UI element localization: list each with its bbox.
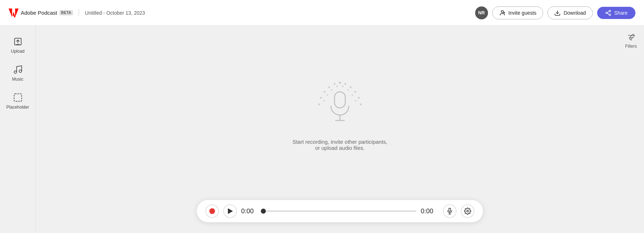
time-start: 0:00 bbox=[241, 208, 259, 215]
play-icon bbox=[228, 208, 233, 214]
settings-icon bbox=[464, 208, 471, 215]
svg-line-7 bbox=[607, 13, 609, 14]
music-icon bbox=[13, 65, 23, 75]
progress-thumb[interactable] bbox=[261, 209, 266, 214]
svg-point-20 bbox=[323, 91, 325, 93]
svg-point-32 bbox=[323, 100, 325, 101]
svg-point-24 bbox=[318, 104, 320, 105]
empty-state-text: Start recording, invite other participan… bbox=[292, 139, 387, 151]
sidebar-item-upload[interactable]: Upload bbox=[4, 33, 32, 57]
empty-state: Start recording, invite other participan… bbox=[292, 79, 387, 151]
svg-rect-14 bbox=[14, 94, 21, 101]
mic-btn-icon bbox=[446, 208, 453, 215]
invite-guests-button[interactable]: Invite guests bbox=[492, 6, 543, 19]
svg-point-16 bbox=[333, 83, 335, 85]
music-label: Music bbox=[12, 77, 23, 82]
share-icon bbox=[605, 10, 611, 16]
svg-point-17 bbox=[344, 83, 346, 85]
svg-point-19 bbox=[350, 86, 351, 88]
svg-point-40 bbox=[467, 210, 469, 212]
svg-point-21 bbox=[354, 91, 356, 93]
header: Adobe Podcast BETA Untitled - October 13… bbox=[0, 0, 644, 26]
svg-point-6 bbox=[609, 14, 611, 16]
upload-label: Upload bbox=[11, 49, 24, 54]
mic-illustration bbox=[308, 79, 372, 133]
sidebar: Upload Music Placeholder bbox=[0, 26, 36, 233]
svg-point-18 bbox=[328, 86, 330, 88]
beta-badge: BETA bbox=[59, 10, 73, 15]
svg-point-0 bbox=[501, 10, 503, 13]
svg-rect-34 bbox=[335, 92, 345, 108]
svg-point-22 bbox=[320, 97, 322, 99]
svg-point-23 bbox=[358, 97, 360, 99]
play-button[interactable] bbox=[223, 204, 237, 218]
invite-label: Invite guests bbox=[508, 10, 537, 16]
invite-icon bbox=[499, 10, 506, 16]
record-dot bbox=[209, 208, 215, 214]
svg-rect-37 bbox=[449, 208, 451, 211]
mic-icon-svg bbox=[327, 90, 352, 122]
adobe-logo-icon bbox=[9, 8, 19, 18]
download-button[interactable]: Download bbox=[547, 6, 592, 19]
settings-button[interactable] bbox=[461, 204, 474, 218]
avatar[interactable]: NR bbox=[475, 6, 488, 19]
placeholder-icon bbox=[13, 92, 23, 103]
share-label: Share bbox=[614, 10, 628, 16]
filters-button[interactable]: Filters bbox=[625, 33, 637, 49]
mic-button[interactable] bbox=[443, 204, 457, 218]
progress-track[interactable] bbox=[263, 210, 416, 212]
document-title: Untitled - October 13, 2023 bbox=[85, 10, 475, 16]
download-label: Download bbox=[564, 10, 586, 16]
svg-line-8 bbox=[607, 11, 609, 12]
filters-label: Filters bbox=[625, 44, 637, 49]
empty-state-line2: or upload audio files. bbox=[292, 145, 387, 151]
sidebar-item-placeholder[interactable]: Placeholder bbox=[4, 89, 32, 113]
share-button[interactable]: Share bbox=[597, 7, 635, 19]
download-icon bbox=[554, 10, 561, 16]
main-layout: Upload Music Placeholder Filt bbox=[0, 26, 644, 233]
svg-point-26 bbox=[336, 86, 338, 87]
sidebar-item-music[interactable]: Music bbox=[4, 61, 32, 85]
svg-point-13 bbox=[19, 70, 21, 72]
time-end: 0:00 bbox=[421, 208, 439, 215]
svg-point-27 bbox=[342, 86, 343, 87]
svg-point-5 bbox=[606, 12, 608, 14]
filters-icon bbox=[626, 33, 636, 42]
svg-point-4 bbox=[609, 10, 611, 12]
empty-state-line1: Start recording, invite other participan… bbox=[292, 139, 387, 145]
upload-icon bbox=[13, 37, 23, 47]
svg-point-33 bbox=[355, 100, 356, 101]
content-area: Filters bbox=[36, 26, 644, 233]
svg-point-25 bbox=[360, 104, 361, 105]
header-actions: NR Invite guests Download bbox=[475, 6, 635, 19]
svg-point-12 bbox=[14, 71, 16, 73]
placeholder-label: Placeholder bbox=[6, 105, 29, 110]
transport-bar: 0:00 0:00 bbox=[197, 200, 483, 222]
app-name-text: Adobe Podcast bbox=[21, 10, 57, 16]
app-logo: Adobe Podcast BETA bbox=[9, 8, 73, 18]
record-button[interactable] bbox=[205, 204, 219, 218]
header-divider bbox=[79, 9, 79, 16]
svg-point-15 bbox=[339, 82, 341, 84]
